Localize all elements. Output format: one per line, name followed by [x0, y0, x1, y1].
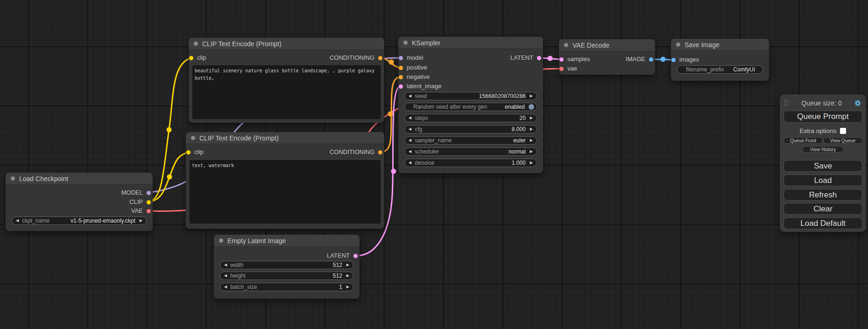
node-clip-text-encode-positive[interactable]: CLIP Text Encode (Prompt)clipCONDITIONIN… [189, 38, 384, 123]
widget-sampler-name[interactable]: ◀sampler_nameeuler▶ [404, 136, 537, 145]
input-port-positive[interactable] [399, 66, 403, 70]
collapse-dot-icon[interactable] [219, 238, 223, 243]
widget-seed[interactable]: ◀seed156680208700286▶ [404, 92, 537, 100]
widget-value: 512 [333, 262, 342, 268]
decrement-arrow-icon[interactable]: ◀ [409, 139, 411, 142]
load-button[interactable]: Load [783, 175, 862, 186]
widget-height[interactable]: ◀height512▶ [220, 272, 353, 280]
decrement-arrow-icon[interactable]: ◀ [409, 116, 411, 120]
output-port-CONDITIONING[interactable] [378, 56, 382, 60]
node-ksampler[interactable]: KSamplermodelpositivenegativelatent_imag… [398, 37, 543, 173]
decrement-arrow-icon[interactable]: ◀ [16, 219, 19, 223]
widget-filename-prefix[interactable]: filename_prefixComfyUI [677, 65, 763, 74]
wire-midpoint-dot-clip-to-negative-prompt[interactable] [167, 175, 172, 180]
input-port-negative[interactable] [399, 75, 403, 79]
widget-steps[interactable]: ◀steps20▶ [404, 114, 537, 122]
increment-arrow-icon[interactable]: ▶ [140, 219, 142, 223]
collapse-dot-icon[interactable] [564, 43, 568, 47]
clear-button[interactable]: Clear [783, 203, 862, 215]
wire-midpoint-dot-latent-to-ksampler[interactable] [391, 169, 396, 174]
node-graph-canvas[interactable]: Queue size: 0 Queue Prompt Extra options [0, 0, 868, 329]
widget-value: 156680208700286 [479, 93, 526, 99]
node-load-checkpoint[interactable]: Load CheckpointMODELCLIPVAE◀ckpt_namev1-… [6, 173, 153, 231]
node-titlebar[interactable]: Load Checkpoint [6, 173, 153, 185]
queue-front-button[interactable]: Queue Front [783, 137, 823, 144]
collapse-dot-icon[interactable] [11, 176, 15, 181]
refresh-button[interactable]: Refresh [783, 189, 862, 201]
input-port-clip[interactable] [189, 56, 193, 60]
decrement-arrow-icon[interactable]: ◀ [409, 127, 411, 131]
increment-arrow-icon[interactable]: ▶ [530, 150, 533, 154]
output-port-MODEL[interactable] [147, 191, 151, 195]
node-vae-decode[interactable]: VAE DecodesamplesvaeIMAGE [559, 39, 655, 75]
widget-width[interactable]: ◀width512▶ [220, 261, 353, 269]
decrement-arrow-icon[interactable]: ◀ [409, 161, 411, 165]
decrement-arrow-icon[interactable]: ◀ [224, 263, 227, 267]
node-save-image[interactable]: Save Imageimagesfilename_prefixComfyUI [671, 39, 769, 81]
collapse-dot-icon[interactable] [194, 42, 198, 46]
decrement-arrow-icon[interactable]: ◀ [224, 274, 227, 278]
widget-value: v1-5-pruned-emaonly.ckpt [71, 217, 135, 224]
node-titlebar[interactable]: VAE Decode [559, 39, 655, 51]
queue-prompt-button[interactable]: Queue Prompt [783, 111, 862, 123]
wire-midpoint-dot-negative-conditioning[interactable] [388, 112, 393, 117]
increment-arrow-icon[interactable]: ▶ [346, 263, 349, 267]
widget-random-seed-after-every-gen[interactable]: Random seed after every genenabled [404, 103, 537, 111]
input-port-latent_image[interactable] [399, 84, 403, 89]
output-port-LATENT[interactable] [537, 56, 541, 60]
node-titlebar[interactable]: CLIP Text Encode (Prompt) [189, 38, 384, 50]
increment-arrow-icon[interactable]: ▶ [530, 139, 533, 142]
increment-arrow-icon[interactable]: ▶ [530, 94, 533, 98]
input-slot-label: positive [407, 64, 427, 71]
prompt-textarea[interactable]: text, watermark [190, 160, 381, 224]
node-titlebar[interactable]: CLIP Text Encode (Prompt) [186, 132, 384, 144]
output-port-VAE[interactable] [147, 209, 151, 213]
increment-arrow-icon[interactable]: ▶ [530, 116, 533, 120]
decrement-arrow-icon[interactable]: ◀ [409, 150, 411, 154]
extra-options-checkbox[interactable] [840, 128, 846, 134]
toggle-icon[interactable] [529, 104, 534, 110]
widget-scheduler[interactable]: ◀schedulernormal▶ [404, 147, 537, 156]
widget-label: cfg [415, 126, 422, 133]
load-default-button[interactable]: Load Default [783, 217, 862, 229]
increment-arrow-icon[interactable]: ▶ [346, 274, 349, 278]
decrement-arrow-icon[interactable]: ◀ [409, 94, 411, 98]
input-port-images[interactable] [671, 58, 676, 62]
output-port-CLIP[interactable] [147, 200, 151, 204]
collapse-dot-icon[interactable] [676, 42, 680, 47]
collapse-dot-icon[interactable] [403, 41, 408, 45]
node-empty-latent-image[interactable]: Empty Latent ImageLATENT◀width512▶◀heigh… [214, 235, 360, 299]
widget-label: scheduler [415, 148, 439, 155]
node-clip-text-encode-negative[interactable]: CLIP Text Encode (Prompt)clipCONDITIONIN… [186, 132, 384, 229]
view-history-button[interactable]: View History [802, 146, 844, 153]
collapse-dot-icon[interactable] [191, 136, 195, 140]
input-port-samples[interactable] [559, 57, 564, 62]
node-titlebar[interactable]: Empty Latent Image [214, 235, 360, 247]
save-button[interactable]: Save [783, 160, 862, 172]
node-title: KSampler [412, 39, 440, 47]
prompt-textarea[interactable]: beautiful scenery nature glass bottle la… [192, 65, 381, 119]
input-port-vae[interactable] [559, 67, 564, 71]
input-port-clip[interactable] [186, 150, 191, 154]
output-port-IMAGE[interactable] [649, 57, 653, 62]
wire-midpoint-dot-latent-to-vae-decode[interactable] [548, 56, 553, 61]
node-titlebar[interactable]: KSampler [398, 37, 543, 49]
widget-ckpt-name[interactable]: ◀ckpt_namev1-5-pruned-emaonly.ckpt▶ [12, 217, 147, 225]
settings-gear-icon[interactable] [854, 99, 861, 107]
wire-midpoint-dot-positive-conditioning[interactable] [389, 60, 394, 65]
increment-arrow-icon[interactable]: ▶ [346, 285, 349, 289]
panel-drag-handle-icon[interactable] [784, 100, 789, 107]
output-port-CONDITIONING[interactable] [378, 150, 382, 154]
output-port-LATENT[interactable] [353, 254, 358, 258]
node-titlebar[interactable]: Save Image [671, 39, 769, 51]
widget-denoise[interactable]: ◀denoise1.000▶ [404, 159, 537, 167]
increment-arrow-icon[interactable]: ▶ [530, 127, 533, 131]
widget-batch-size[interactable]: ◀batch_size1▶ [220, 283, 353, 291]
wire-midpoint-dot-image-to-save-image[interactable] [661, 57, 666, 62]
increment-arrow-icon[interactable]: ▶ [530, 161, 533, 165]
view-queue-button[interactable]: View Queue [823, 137, 862, 144]
widget-cfg[interactable]: ◀cfg8.000▶ [404, 125, 537, 133]
decrement-arrow-icon[interactable]: ◀ [224, 285, 227, 289]
wire-midpoint-dot-clip-to-positive-prompt[interactable] [167, 127, 172, 133]
input-port-model[interactable] [399, 56, 403, 60]
